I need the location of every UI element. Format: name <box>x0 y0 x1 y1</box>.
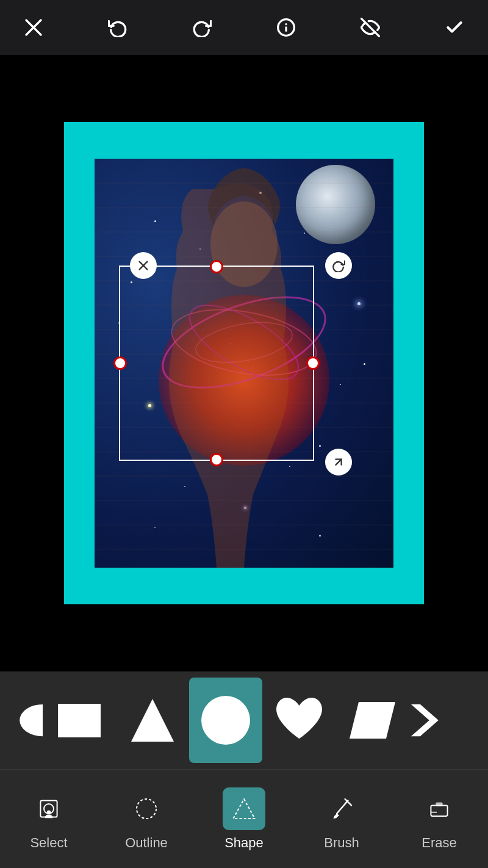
shape-label: Shape <box>224 835 264 851</box>
svg-point-39 <box>137 799 156 819</box>
erase-icon <box>427 797 451 821</box>
visibility-button[interactable] <box>355 12 386 43</box>
undo-button[interactable] <box>102 12 133 43</box>
resize-selection-button[interactable] <box>325 449 352 476</box>
svg-rect-36 <box>40 800 57 817</box>
svg-line-41 <box>337 800 348 814</box>
tool-brush[interactable]: Brush <box>302 787 381 851</box>
brick-texture <box>95 159 393 568</box>
shape-item-ellipse-partial[interactable] <box>6 678 43 763</box>
svg-marker-35 <box>411 704 439 737</box>
outline-icon <box>134 797 159 821</box>
shape-icon-wrap <box>223 787 265 830</box>
svg-rect-31 <box>58 704 101 737</box>
select-label: Select <box>30 835 67 851</box>
svg-marker-34 <box>350 702 395 739</box>
shapes-bar <box>0 671 488 769</box>
svg-point-38 <box>47 810 51 814</box>
brush-label: Brush <box>324 835 359 851</box>
tool-shape[interactable]: Shape <box>204 787 284 851</box>
outline-label: Outline <box>125 835 168 851</box>
image-canvas[interactable] <box>95 159 393 568</box>
tool-outline[interactable]: Outline <box>107 787 186 851</box>
svg-line-29 <box>336 459 341 465</box>
shape-item-arrow-partial[interactable] <box>409 678 445 763</box>
select-icon <box>37 797 61 821</box>
brush-icon <box>329 797 354 821</box>
erase-icon-wrap <box>418 787 461 830</box>
svg-point-33 <box>201 696 250 745</box>
tools-bar: Select Outline Shape Brush <box>0 769 488 868</box>
shape-item-heart[interactable] <box>262 678 336 763</box>
shape-item-triangle[interactable] <box>116 678 189 763</box>
select-icon-wrap <box>27 787 70 830</box>
svg-marker-40 <box>233 799 254 819</box>
shape-item-circle[interactable] <box>189 678 262 763</box>
canvas-area[interactable] <box>0 55 488 671</box>
shape-item-rectangle[interactable] <box>43 678 116 763</box>
svg-point-30 <box>20 704 43 736</box>
confirm-button[interactable] <box>439 12 470 43</box>
tool-erase[interactable]: Erase <box>400 787 479 851</box>
top-toolbar <box>0 0 488 55</box>
close-button[interactable] <box>18 12 49 43</box>
redo-button[interactable] <box>187 12 217 43</box>
brush-icon-wrap <box>320 787 363 830</box>
shape-icon <box>232 797 256 821</box>
svg-rect-43 <box>431 805 447 816</box>
svg-marker-32 <box>131 699 174 742</box>
teal-frame <box>64 122 424 604</box>
info-button[interactable] <box>271 12 301 43</box>
outline-icon-wrap <box>125 787 168 830</box>
delete-selection-button[interactable] <box>130 252 157 279</box>
erase-label: Erase <box>422 835 456 851</box>
tool-select[interactable]: Select <box>9 787 88 851</box>
svg-rect-45 <box>436 802 442 806</box>
rotate-selection-button[interactable] <box>325 252 352 279</box>
shape-item-parallelogram[interactable] <box>336 678 409 763</box>
